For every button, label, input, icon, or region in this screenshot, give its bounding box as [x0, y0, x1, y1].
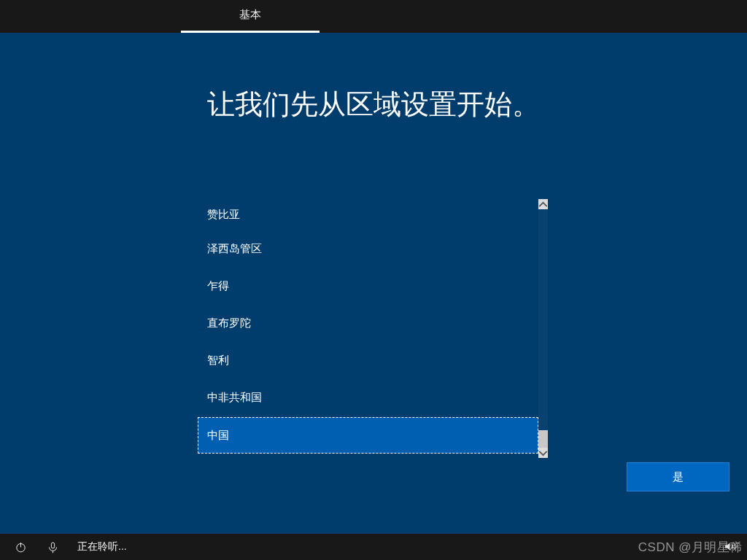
status-bar: 正在聆听... — [0, 534, 747, 560]
yes-button[interactable]: 是 — [627, 462, 729, 491]
region-item[interactable]: 泽西岛管区 — [198, 230, 538, 268]
listening-status: 正在聆听... — [77, 540, 127, 553]
scroll-up-button[interactable] — [538, 199, 548, 209]
region-item[interactable]: 直布罗陀 — [198, 305, 538, 342]
region-item-label: 泽西岛管区 — [207, 242, 262, 256]
page-title: 让我们先从区域设置开始。 — [0, 86, 747, 123]
tab-basic[interactable]: 基本 — [181, 0, 320, 33]
region-item-label: 智利 — [207, 354, 229, 368]
region-list: 赞比亚泽西岛管区乍得直布罗陀智利中非共和国中国 — [198, 199, 548, 458]
region-item-label: 赞比亚 — [207, 208, 240, 222]
region-item[interactable]: 乍得 — [198, 268, 538, 305]
region-item-label: 乍得 — [207, 279, 229, 293]
title-bar: 基本 — [0, 0, 747, 33]
region-item[interactable]: 中非共和国 — [198, 379, 538, 416]
svg-rect-2 — [51, 542, 54, 548]
scrollbar[interactable] — [538, 199, 548, 458]
yes-button-label: 是 — [673, 470, 684, 484]
region-item-label: 中国 — [207, 429, 229, 443]
power-icon[interactable] — [13, 540, 28, 554]
scroll-thumb[interactable] — [538, 430, 548, 448]
watermark: CSDN @月明星稀 — [638, 539, 743, 556]
microphone-icon[interactable] — [45, 540, 60, 554]
region-item-label: 中非共和国 — [207, 391, 262, 405]
scroll-down-button[interactable] — [538, 448, 548, 458]
region-item[interactable]: 中国 — [198, 417, 538, 454]
region-item-label: 直布罗陀 — [207, 316, 251, 330]
tab-basic-label: 基本 — [239, 8, 261, 22]
content-area: 让我们先从区域设置开始。 赞比亚泽西岛管区乍得直布罗陀智利中非共和国中国 是 — [0, 33, 747, 534]
region-item[interactable]: 赞比亚 — [198, 199, 538, 230]
region-item[interactable]: 智利 — [198, 342, 538, 379]
